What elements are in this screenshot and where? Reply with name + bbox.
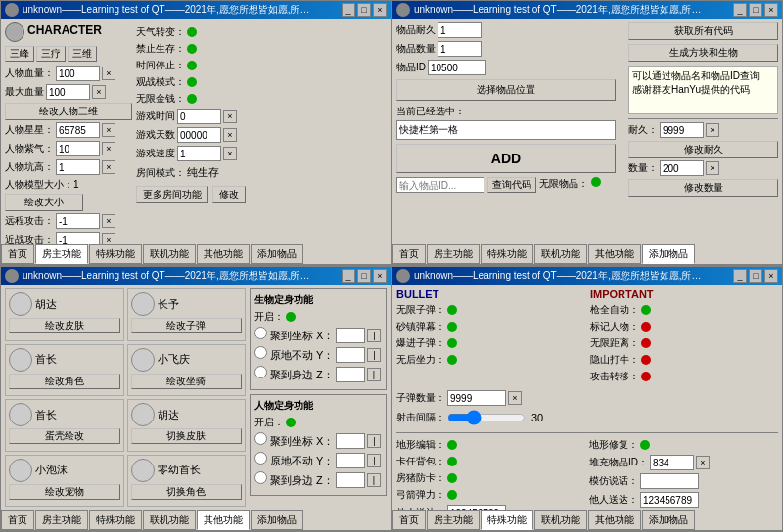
tab-home-4[interactable]: 首页	[392, 510, 426, 530]
game-speed-input[interactable]	[177, 146, 221, 161]
max-hp-input[interactable]	[46, 84, 90, 100]
generate-item-btn[interactable]: 生成方块和生物	[628, 44, 778, 62]
tab-room-3[interactable]: 房主功能	[35, 510, 88, 530]
game-days-x[interactable]: ×	[223, 128, 237, 142]
close-btn-2[interactable]: ×	[764, 3, 778, 17]
minimize-btn-2[interactable]: _	[733, 3, 747, 17]
char8-btn[interactable]: 切换角色	[131, 484, 243, 500]
char3-btn[interactable]: 绘改角色	[9, 374, 120, 389]
tab-other-4[interactable]: 其他功能	[588, 510, 641, 530]
close-btn-3[interactable]: ×	[373, 269, 387, 283]
tab-coop-3[interactable]: 联机功能	[143, 510, 196, 530]
minimize-btn-3[interactable]: _	[342, 269, 355, 283]
game-days-input[interactable]	[177, 127, 221, 143]
bullet-count-input[interactable]	[447, 390, 506, 406]
game-time-x[interactable]: ×	[223, 110, 237, 123]
bio-y-x[interactable]: |	[367, 348, 381, 362]
player-y-x[interactable]: |	[367, 454, 381, 467]
max-hp-x[interactable]: ×	[92, 85, 106, 99]
hp-x[interactable]: ×	[102, 66, 115, 80]
maximize-btn-4[interactable]: □	[749, 269, 762, 283]
player-x-x[interactable]: |	[367, 434, 381, 448]
qi-x[interactable]: ×	[102, 142, 115, 155]
tab-room-2[interactable]: 房主功能	[427, 244, 480, 264]
player-x-input[interactable]	[336, 433, 365, 449]
close-btn-1[interactable]: ×	[373, 3, 387, 17]
tab-coop-4[interactable]: 联机功能	[534, 510, 587, 530]
char1-btn[interactable]: 绘改皮肤	[9, 318, 120, 333]
qi-input[interactable]	[56, 141, 100, 156]
san-feng-btn[interactable]: 三峰	[5, 46, 34, 62]
tab-home-2[interactable]: 首页	[392, 244, 426, 264]
tab-special-1[interactable]: 特殊功能	[89, 244, 142, 264]
tab-room-1[interactable]: 房主功能	[35, 244, 88, 264]
deliver-input-2[interactable]	[640, 492, 699, 508]
hp-input[interactable]	[56, 66, 100, 81]
select-position-btn[interactable]: 选择物品位置	[396, 79, 616, 101]
edit-3d-btn[interactable]: 绘改人物三维	[5, 103, 132, 120]
maximize-btn-2[interactable]: □	[749, 3, 762, 17]
tab-add-item-2[interactable]: 添加物品	[642, 244, 695, 264]
star-input[interactable]	[56, 122, 100, 138]
tab-special-4[interactable]: 特殊功能	[481, 510, 533, 530]
fill-x[interactable]: ×	[696, 456, 710, 469]
bio-x-input[interactable]	[336, 328, 365, 343]
tab-add-item-1[interactable]: 添加物品	[251, 244, 303, 264]
bio-x-x[interactable]: |	[367, 329, 381, 342]
add-btn[interactable]: ADD	[396, 144, 616, 173]
tab-add-item-4[interactable]: 添加物品	[642, 510, 695, 530]
game-time-input[interactable]	[177, 109, 221, 124]
char7-btn[interactable]: 绘改宠物	[9, 484, 120, 500]
mimic-input[interactable]	[640, 473, 699, 489]
edit-durability-btn[interactable]: 修改耐久	[628, 141, 778, 158]
tab-home-3[interactable]: 首页	[1, 510, 34, 530]
tab-add-item-3[interactable]: 添加物品	[251, 510, 303, 530]
tab-special-3[interactable]: 特殊功能	[89, 510, 142, 530]
player-z-x[interactable]: |	[367, 473, 381, 487]
char5-btn[interactable]: 蛋壳绘改	[9, 428, 120, 444]
tab-home-1[interactable]: 首页	[1, 244, 34, 264]
player-z-input[interactable]	[336, 472, 365, 488]
bio-z-x[interactable]: |	[367, 368, 381, 381]
query-input[interactable]	[396, 177, 484, 193]
close-btn-4[interactable]: ×	[764, 269, 778, 283]
query-btn[interactable]: 查询代码	[487, 177, 536, 193]
more-features-btn[interactable]: 更多房间功能	[136, 186, 208, 203]
height-x[interactable]: ×	[102, 160, 115, 174]
modify-btn[interactable]: 修改	[212, 186, 246, 203]
bullet-count-x[interactable]: ×	[508, 391, 522, 405]
san-wei-btn[interactable]: 三维	[68, 46, 97, 62]
range-atk-x[interactable]: ×	[102, 214, 115, 228]
edit-size-btn[interactable]: 绘改大小	[5, 194, 83, 211]
right-count-x[interactable]: ×	[706, 161, 719, 175]
star-x[interactable]: ×	[102, 123, 115, 137]
tab-other-2[interactable]: 其他功能	[588, 244, 641, 264]
edit-count-btn[interactable]: 修改数量	[628, 179, 778, 197]
item-count-input[interactable]	[438, 41, 482, 57]
range-atk-input[interactable]	[56, 213, 100, 229]
game-speed-x[interactable]: ×	[223, 147, 237, 160]
right-dur-x[interactable]: ×	[706, 123, 719, 137]
tab-other-1[interactable]: 其他功能	[197, 244, 250, 264]
bio-radio-coord[interactable]	[254, 327, 267, 339]
minimize-btn-4[interactable]: _	[733, 269, 747, 283]
char4-btn[interactable]: 绘改坐骑	[131, 374, 243, 389]
right-count-input[interactable]	[660, 160, 704, 176]
melee-atk-input[interactable]	[56, 232, 100, 244]
melee-atk-x[interactable]: ×	[102, 233, 115, 244]
tab-other-3[interactable]: 其他功能	[197, 510, 250, 530]
bio-y-input[interactable]	[336, 347, 365, 363]
maximize-btn-3[interactable]: □	[357, 269, 371, 283]
char6-btn[interactable]: 切换皮肤	[131, 428, 243, 444]
player-y-input[interactable]	[336, 453, 365, 468]
player-radio-coord[interactable]	[254, 432, 267, 445]
bio-radio-near[interactable]	[254, 366, 267, 378]
get-all-code-btn[interactable]: 获取所有代码	[628, 22, 778, 40]
player-radio-stay[interactable]	[254, 452, 267, 465]
bio-z-input[interactable]	[336, 367, 365, 382]
durability-input[interactable]	[438, 22, 482, 38]
fill-item-id[interactable]	[650, 455, 694, 470]
shoot-interval-slider[interactable]	[447, 411, 526, 424]
height-input[interactable]	[56, 159, 100, 175]
tab-special-2[interactable]: 特殊功能	[481, 244, 533, 264]
